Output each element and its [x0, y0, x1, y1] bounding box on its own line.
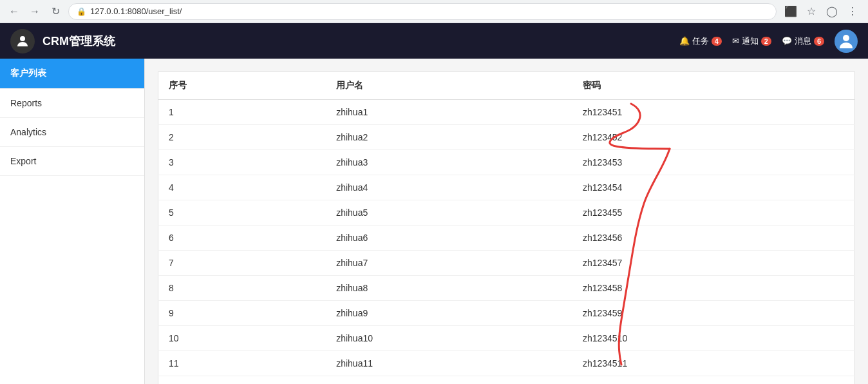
- menu-button[interactable]: ⋮: [844, 3, 862, 21]
- sidebar-label-analytics: Analytics: [10, 127, 46, 137]
- user-table: 序号 用户名 密码 1 zhihua1 zh123451 2 zhihua2 z…: [158, 72, 855, 384]
- back-button[interactable]: ←: [6, 4, 22, 19]
- cell-password: zh123455: [572, 200, 855, 226]
- cell-index: 4: [158, 175, 326, 200]
- cell-username: zhihua3: [326, 150, 572, 175]
- sidebar: 客户列表 Reports Analytics Export: [0, 59, 145, 384]
- task-action[interactable]: 🔔 任务 4: [679, 35, 722, 47]
- sidebar-item-analytics[interactable]: Analytics: [0, 118, 144, 147]
- cell-username: zhihua12: [326, 376, 572, 385]
- svg-point-1: [843, 35, 849, 41]
- notify-action[interactable]: ✉ 通知 2: [732, 35, 771, 47]
- reload-button[interactable]: ↻: [48, 4, 63, 19]
- cell-username: zhihua5: [326, 200, 572, 226]
- message-badge: 6: [814, 37, 824, 46]
- bookmark-button[interactable]: ☆: [802, 3, 820, 21]
- table-row: 1 zhihua1 zh123451: [158, 100, 855, 125]
- cell-username: zhihua10: [326, 326, 572, 351]
- cell-password: zh123454: [572, 175, 855, 200]
- forward-button[interactable]: →: [27, 4, 42, 19]
- task-badge: 4: [712, 37, 722, 46]
- cell-username: zhihua1: [326, 100, 572, 125]
- col-index: 序号: [158, 72, 326, 100]
- col-username: 用户名: [326, 72, 572, 100]
- cell-index: 5: [158, 200, 326, 226]
- notify-label: 通知: [742, 35, 759, 47]
- main-area: 客户列表 Reports Analytics Export 序号 用户名 密码: [0, 59, 868, 384]
- app-title: CRM管理系统: [42, 34, 672, 49]
- col-password: 密码: [572, 72, 855, 100]
- table-row: 4 zhihua4 zh123454: [158, 175, 855, 200]
- lock-icon: 🔒: [77, 7, 86, 16]
- table-row: 2 zhihua2 zh123452: [158, 125, 855, 150]
- cell-index: 3: [158, 150, 326, 175]
- table-row: 12 zhihua12 zh1234512: [158, 376, 855, 385]
- app-logo: [10, 29, 35, 53]
- user-avatar[interactable]: [835, 30, 858, 53]
- sidebar-item-export[interactable]: Export: [0, 147, 144, 176]
- chat-icon: 💬: [782, 36, 792, 46]
- cell-username: zhihua11: [326, 351, 572, 376]
- cell-username: zhihua7: [326, 251, 572, 276]
- browser-bar: ← → ↻ 🔒 127.0.0.1:8080/user_list/ ⬛ ☆ ◯ …: [0, 0, 868, 23]
- sidebar-item-reports[interactable]: Reports: [0, 89, 144, 118]
- cell-username: zhihua2: [326, 125, 572, 150]
- sidebar-label-user-list: 客户列表: [10, 68, 46, 78]
- cell-password: zh123457: [572, 251, 855, 276]
- url-text: 127.0.0.1:8080/user_list/: [90, 6, 182, 16]
- app-wrapper: CRM管理系统 🔔 任务 4 ✉ 通知 2 💬 消息 6: [0, 23, 868, 384]
- cell-password: zh123452: [572, 125, 855, 150]
- cell-username: zhihua8: [326, 276, 572, 301]
- cell-password: zh1234512: [572, 376, 855, 385]
- bell-icon: 🔔: [679, 36, 690, 46]
- sidebar-item-user-list[interactable]: 客户列表: [0, 59, 144, 89]
- task-label: 任务: [692, 35, 709, 47]
- cell-password: zh123456: [572, 226, 855, 251]
- table-row: 10 zhihua10 zh1234510: [158, 326, 855, 351]
- profile-button[interactable]: ◯: [823, 3, 841, 21]
- cell-password: zh1234511: [572, 351, 855, 376]
- cell-index: 1: [158, 100, 326, 125]
- address-bar[interactable]: 🔒 127.0.0.1:8080/user_list/: [68, 3, 777, 20]
- cell-index: 11: [158, 351, 326, 376]
- table-row: 6 zhihua6 zh123456: [158, 226, 855, 251]
- table-row: 7 zhihua7 zh123457: [158, 251, 855, 276]
- table-row: 5 zhihua5 zh123455: [158, 200, 855, 226]
- cell-index: 6: [158, 226, 326, 251]
- sidebar-label-export: Export: [10, 156, 36, 166]
- topnav-actions: 🔔 任务 4 ✉ 通知 2 💬 消息 6: [679, 30, 858, 53]
- cell-index: 7: [158, 251, 326, 276]
- cast-button[interactable]: ⬛: [782, 3, 800, 21]
- message-label: 消息: [795, 35, 811, 47]
- cell-password: zh123453: [572, 150, 855, 175]
- cell-index: 8: [158, 276, 326, 301]
- cell-index: 2: [158, 125, 326, 150]
- cell-index: 10: [158, 326, 326, 351]
- table-row: 3 zhihua3 zh123453: [158, 150, 855, 175]
- sidebar-label-reports: Reports: [10, 98, 42, 108]
- svg-point-0: [20, 36, 25, 41]
- table-row: 11 zhihua11 zh1234511: [158, 351, 855, 376]
- message-action[interactable]: 💬 消息 6: [782, 35, 824, 47]
- cell-username: zhihua6: [326, 226, 572, 251]
- topnav: CRM管理系统 🔔 任务 4 ✉ 通知 2 💬 消息 6: [0, 23, 868, 59]
- browser-actions: ⬛ ☆ ◯ ⋮: [782, 3, 862, 21]
- notify-badge: 2: [761, 37, 771, 46]
- cell-password: zh123459: [572, 301, 855, 326]
- cell-username: zhihua9: [326, 301, 572, 326]
- mail-icon: ✉: [732, 36, 739, 46]
- cell-index: 12: [158, 376, 326, 385]
- cell-index: 9: [158, 301, 326, 326]
- cell-password: zh1234510: [572, 326, 855, 351]
- table-header-row: 序号 用户名 密码: [158, 72, 855, 100]
- cell-username: zhihua4: [326, 175, 572, 200]
- content-area: 序号 用户名 密码 1 zhihua1 zh123451 2 zhihua2 z…: [145, 59, 868, 384]
- table-row: 8 zhihua8 zh123458: [158, 276, 855, 301]
- table-row: 9 zhihua9 zh123459: [158, 301, 855, 326]
- cell-password: zh123451: [572, 100, 855, 125]
- cell-password: zh123458: [572, 276, 855, 301]
